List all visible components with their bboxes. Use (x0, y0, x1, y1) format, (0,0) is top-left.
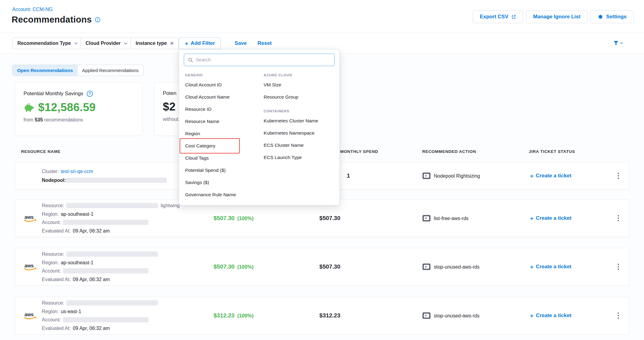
svg-text:aws: aws (24, 263, 34, 268)
action-label: stop-unused-aws-rds (434, 264, 479, 269)
resource-label: Resource: (42, 251, 64, 257)
menu-item-vm-size[interactable]: VM Size (264, 79, 337, 91)
monthly-savings-value: $312.23 (214, 312, 235, 319)
add-filter-menu: GENERIC Cloud Account ID Cloud Account N… (179, 49, 340, 205)
monthly-savings-cell: $312.23 (100%) (214, 312, 254, 319)
filter-panel-toggle[interactable] (613, 41, 623, 46)
create-ticket-label: Create a ticket (536, 173, 571, 179)
create-ticket-button[interactable]: + Create a ticket (530, 264, 571, 270)
info-icon[interactable] (95, 17, 101, 23)
monthly-savings-cell: $507.30 (100%) (214, 215, 254, 222)
cluster-label: Cluster: (42, 169, 59, 174)
account-label: Account: (42, 268, 61, 273)
column-header-resource-name: RESOURCE NAME (21, 149, 60, 154)
plus-icon: + (530, 264, 533, 270)
piggy-bank-icon (24, 103, 35, 112)
chevron-down-icon (74, 42, 78, 45)
evaluated-at-value: 09 Apr, 06:32 am (73, 326, 110, 331)
monthly-savings-amount: $12,586.59 (38, 101, 96, 114)
card-amount: $2 (163, 100, 176, 113)
menu-item-savings[interactable]: Savings ($) (185, 176, 262, 189)
settings-button[interactable]: Settings (591, 10, 634, 23)
settings-label: Settings (606, 14, 627, 20)
redacted-value (63, 317, 148, 322)
plus-icon: + (530, 173, 533, 179)
svg-text:aws: aws (24, 312, 34, 317)
table-row[interactable]: aws Resource: Region:us-east-1 Account: … (15, 297, 629, 335)
resource-name-cell: Resource: Region:us-east-1 Account: Eval… (42, 297, 158, 334)
help-icon[interactable]: ? (86, 90, 93, 97)
create-ticket-button[interactable]: + Create a ticket (530, 313, 571, 319)
chevron-down-icon (620, 42, 623, 44)
add-filter-button[interactable]: + Add Filter (179, 38, 221, 49)
redacted-value (66, 300, 158, 306)
menu-item-cloud-account-id[interactable]: Cloud Account ID (185, 79, 262, 91)
menu-item-resource-id[interactable]: Resource ID (185, 103, 262, 115)
menu-item-kubernetes-cluster-name[interactable]: Kubernetes Cluster Name (264, 115, 337, 127)
export-csv-button[interactable]: Export CSV (473, 10, 523, 23)
action-icon (423, 264, 430, 270)
add-filter-label: Add Filter (191, 40, 215, 46)
recommended-action-cell: Nodepool Rightsizing (423, 173, 480, 179)
recommendations-tabs: Open Recommendations Applied Recommendat… (12, 65, 144, 76)
total-monthly-spend-value: $507.30 (295, 263, 340, 270)
redacted-value (66, 178, 167, 183)
create-ticket-button[interactable]: + Create a ticket (530, 173, 571, 179)
menu-item-potential-spend[interactable]: Potential Spend ($) (185, 164, 262, 176)
menu-item-cloud-account-name[interactable]: Cloud Account Name (185, 91, 262, 103)
redacted-value (66, 251, 158, 257)
save-button[interactable]: Save (235, 40, 247, 46)
menu-section-heading-azure-cloud: AZURE CLOUD (264, 71, 337, 79)
chip-label: Recommendation Type (17, 41, 71, 46)
tab-open-recommendations[interactable]: Open Recommendations (13, 65, 78, 76)
search-input[interactable] (196, 57, 331, 63)
row-menu-kebab-icon[interactable] (613, 213, 624, 224)
table-row[interactable]: aws Resource: Region:ap-southeast-1 Acco… (15, 248, 629, 286)
page-header: Account: CCM-NG Recommendations Export C… (0, 0, 644, 33)
filter-chip-cloud-provider[interactable]: Cloud Provider (80, 38, 133, 49)
menu-item-ecs-launch-type[interactable]: ECS Launch Type (264, 151, 337, 164)
menu-item-kubernetes-namespace[interactable]: Kubernetes Namespace (264, 127, 337, 139)
account-breadcrumb[interactable]: Account: CCM-NG (12, 7, 53, 12)
row-menu-kebab-icon[interactable] (613, 310, 624, 321)
menu-item-ecs-cluster-name[interactable]: ECS Cluster Name (264, 139, 337, 151)
svg-text:aws: aws (24, 215, 34, 220)
row-menu-kebab-icon[interactable] (613, 261, 624, 272)
card-title: Potential Monthly Savings (24, 91, 83, 97)
region-label: Region: (42, 212, 59, 217)
menu-item-cloud-tags[interactable]: Cloud Tags (185, 152, 262, 164)
resource-label: Resource: (42, 203, 64, 208)
menu-item-resource-group[interactable]: Resource Group (264, 91, 337, 103)
tab-applied-recommendations[interactable]: Applied Recommendations (78, 65, 143, 76)
filter-chip-instance-type[interactable]: Instance type × (130, 38, 179, 49)
create-ticket-label: Create a ticket (536, 264, 571, 270)
menu-item-region[interactable]: Region (185, 128, 262, 140)
redacted-value (63, 268, 148, 273)
close-icon[interactable]: × (170, 41, 174, 46)
nodepool-label: Nodepool: (42, 178, 66, 183)
filter-search-box[interactable] (184, 54, 335, 66)
menu-column-azure-containers: AZURE CLOUD VM Size Resource Group CONTA… (264, 69, 337, 164)
page-title: Recommendations (12, 15, 92, 25)
cluster-link[interactable]: test-sri-qa-ccm (61, 169, 93, 174)
menu-section-heading-containers: CONTAINERS (264, 107, 337, 115)
external-link-icon (511, 15, 516, 19)
filter-chip-recommendation-type[interactable]: Recommendation Type (12, 38, 83, 49)
aws-icon: aws (23, 214, 37, 223)
account-label: Account: (42, 220, 61, 225)
reset-button[interactable]: Reset (258, 40, 272, 46)
evaluated-at-label: Evaluated At: (42, 326, 71, 331)
menu-column-generic: GENERIC Cloud Account ID Cloud Account N… (185, 69, 262, 201)
total-monthly-spend-value: 1 (347, 172, 350, 179)
menu-item-cost-category[interactable]: Cost Category (185, 140, 262, 152)
action-label: stop-unused-aws-rds (434, 313, 479, 318)
manage-ignore-list-button[interactable]: Manage Ignore List (526, 10, 587, 23)
create-ticket-button[interactable]: + Create a ticket (530, 215, 571, 221)
chevron-down-icon (124, 42, 127, 45)
create-ticket-label: Create a ticket (536, 215, 571, 221)
export-csv-label: Export CSV (480, 14, 508, 20)
menu-item-resource-name[interactable]: Resource Name (185, 115, 262, 128)
menu-item-governance-rule-name[interactable]: Governance Rule Name (185, 189, 262, 201)
resource-name-cell: Resource: Region:ap-southeast-1 Account:… (42, 248, 158, 285)
row-menu-kebab-icon[interactable] (613, 170, 624, 181)
